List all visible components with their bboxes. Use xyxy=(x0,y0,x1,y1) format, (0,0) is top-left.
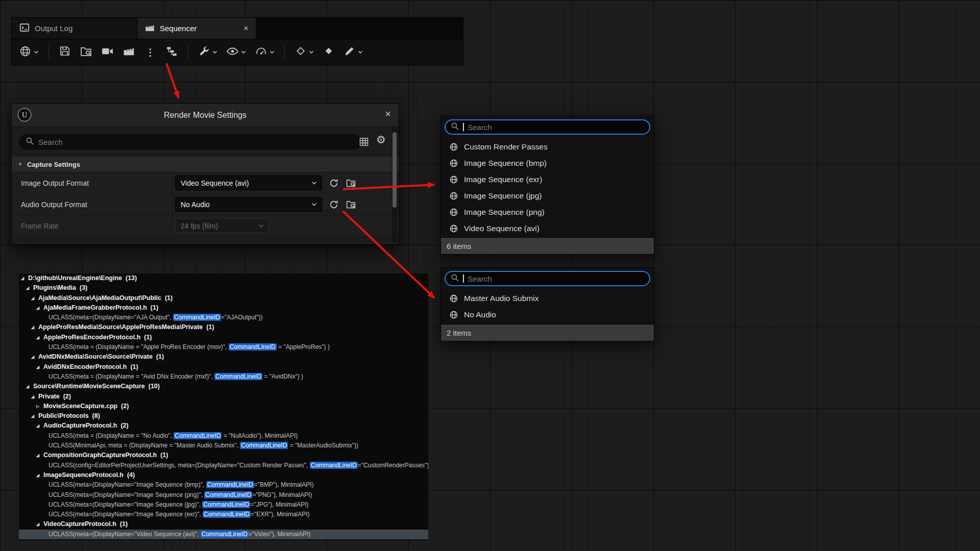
more-options-button[interactable]: ⋮ xyxy=(143,46,158,59)
popup-item[interactable]: Image Sequence (jpg) xyxy=(441,188,654,204)
scrollbar-thumb[interactable] xyxy=(393,132,397,208)
curve-options-button[interactable] xyxy=(342,43,364,61)
find-results-group[interactable]: ◢Plugins\Media (3) xyxy=(19,283,428,293)
collapsed-arrow-icon[interactable]: ▷ xyxy=(36,402,43,411)
tab-output-log[interactable]: Output Log xyxy=(12,18,137,39)
find-results-group[interactable]: ◢AvidDNxMedia\Source\Source\Private (1) xyxy=(19,352,428,362)
playback-options-button[interactable] xyxy=(254,43,276,61)
save-button[interactable] xyxy=(58,43,72,61)
settings-search-input[interactable]: Search xyxy=(19,134,362,149)
popup-item-label: Image Sequence (bmp) xyxy=(464,159,547,168)
class-globe-icon xyxy=(449,224,458,233)
auto-key-button[interactable] xyxy=(322,43,336,61)
find-results-group[interactable]: ◢ImageSequenceProtocol.h (4) xyxy=(19,470,428,480)
find-results-match[interactable]: UCLASS(meta = (DisplayName = "Avid DNx E… xyxy=(19,372,428,382)
find-results-match[interactable]: UCLASS(config=EditorPerProjectUserSettin… xyxy=(19,461,428,470)
keyframe-options-button[interactable] xyxy=(293,43,315,61)
browse-content-button[interactable] xyxy=(79,43,93,61)
sequencer-icon xyxy=(144,22,155,35)
find-results-group[interactable]: ◢AudioCaptureProtocol.h (2) xyxy=(19,421,428,431)
audio-output-format-dropdown[interactable]: No Audio xyxy=(175,197,322,212)
popup-item[interactable]: Master Audio Submix xyxy=(441,290,654,307)
find-results-group[interactable]: ◢CompositionGraphCaptureProtocol.h (1) xyxy=(19,450,428,460)
details-view-options-icon[interactable] xyxy=(359,137,369,149)
expanded-arrow-icon[interactable]: ◢ xyxy=(36,470,43,480)
popup-item[interactable]: Image Sequence (exr) xyxy=(441,171,654,188)
find-results-match[interactable]: UCLASS(meta=(DisplayName="AJA Output", C… xyxy=(19,313,428,322)
render-movie-icon xyxy=(122,45,135,60)
group-label: MovieSceneCapture.cpp (2) xyxy=(43,403,129,410)
popup-item[interactable]: Image Sequence (png) xyxy=(441,204,654,220)
image-output-format-dropdown[interactable]: Video Sequence (avi) xyxy=(175,176,322,190)
expanded-arrow-icon[interactable]: ◢ xyxy=(36,519,43,529)
tab-sequencer[interactable]: Sequencer × xyxy=(137,18,256,39)
find-results-group[interactable]: ◢AvidDNxEncoderProtocol.h (1) xyxy=(19,362,428,372)
settings-gear-icon[interactable]: ⚙ xyxy=(376,134,386,145)
find-results-group[interactable]: ◢VideoCaptureProtocol.h (1) xyxy=(19,519,428,529)
find-results-group[interactable]: ▷MovieSceneCapture.cpp (2) xyxy=(19,402,428,411)
find-results-group[interactable]: ◢AppleProResMedia\Source\AppleProResMedi… xyxy=(19,322,428,332)
render-movie-settings-dialog: U Render Movie Settings × Search ⚙ ▼ Cap… xyxy=(11,103,399,245)
popup-search-input[interactable]: Search xyxy=(445,271,650,286)
popup-item[interactable]: Image Sequence (bmp) xyxy=(441,155,654,171)
popup-search-input[interactable]: Search xyxy=(445,119,650,135)
actions-button[interactable] xyxy=(197,43,218,61)
expanded-arrow-icon[interactable]: ◢ xyxy=(36,333,43,342)
svg-text:U: U xyxy=(22,111,27,119)
find-results-match[interactable]: UCLASS(meta = (DisplayName = "No Audio",… xyxy=(19,431,428,441)
outliner-button[interactable] xyxy=(164,43,179,61)
find-results-match[interactable]: UCLASS(meta=(DisplayName="Image Sequence… xyxy=(19,490,428,500)
find-results-match[interactable]: UCLASS(meta = (DisplayName = "Apple ProR… xyxy=(19,342,428,352)
find-results-group[interactable]: ◢AjaMediaFrameGrabberProtocol.h (1) xyxy=(19,303,428,313)
close-dialog-icon[interactable]: × xyxy=(385,109,391,119)
code-text: UCLASS(meta=(DisplayName="Image Sequence… xyxy=(48,511,203,518)
expanded-arrow-icon[interactable]: ◢ xyxy=(31,293,38,303)
playback-options-icon xyxy=(255,45,267,60)
capture-settings-section-header[interactable]: ▼ Capture Settings xyxy=(12,157,399,172)
find-results-group[interactable]: ◢Private (2) xyxy=(19,392,428,402)
expanded-arrow-icon[interactable]: ◢ xyxy=(36,450,43,460)
expanded-arrow-icon[interactable]: ◢ xyxy=(36,421,43,431)
browse-asset-icon[interactable] xyxy=(346,199,356,210)
expanded-arrow-icon[interactable]: ◢ xyxy=(31,322,38,332)
create-camera-button[interactable] xyxy=(100,43,115,61)
use-selected-asset-icon[interactable] xyxy=(329,199,339,210)
group-label: VideoCaptureProtocol.h (1) xyxy=(43,520,128,528)
find-results-group[interactable]: ◢AppleProResEncoderProtocol.h (1) xyxy=(19,333,428,342)
dialog-titlebar[interactable]: U Render Movie Settings × xyxy=(12,104,399,127)
expanded-arrow-icon[interactable]: ◢ xyxy=(26,283,33,293)
search-icon xyxy=(451,273,459,284)
use-selected-asset-icon[interactable] xyxy=(329,178,339,188)
group-label: AppleProResEncoderProtocol.h (1) xyxy=(43,334,152,341)
popup-footer: 2 items xyxy=(441,324,654,341)
expanded-arrow-icon[interactable]: ◢ xyxy=(36,303,43,313)
view-options-button[interactable] xyxy=(225,43,247,61)
find-results-group[interactable]: ◢AjaMedia\Source\AjaMediaOutput\Public (… xyxy=(19,293,428,303)
group-label: Public\Protocols (8) xyxy=(38,412,100,419)
popup-item[interactable]: Custom Render Passes xyxy=(441,139,654,155)
expanded-arrow-icon[interactable]: ◢ xyxy=(31,352,38,362)
popup-item-label: Video Sequence (avi) xyxy=(464,224,540,233)
find-results-match[interactable]: UCLASS(meta=(DisplayName="Image Sequence… xyxy=(19,480,428,490)
popup-item[interactable]: No Audio xyxy=(441,307,654,323)
group-label: ImageSequenceProtocol.h (4) xyxy=(43,471,135,479)
find-results-group[interactable]: ◢Source\Runtime\MovieSceneCapture (10) xyxy=(19,382,428,391)
render-movie-button[interactable] xyxy=(121,43,136,61)
find-results-group[interactable]: ◢D:\github\UnrealEngine\Engine (13) xyxy=(19,273,428,283)
find-results-match[interactable]: UCLASS(meta=(DisplayName="Video Sequence… xyxy=(19,530,428,539)
find-results-match[interactable]: UCLASS(meta=(DisplayName="Image Sequence… xyxy=(19,510,428,519)
find-results-match[interactable]: UCLASS(MinimalApi, meta = (DisplayName =… xyxy=(19,441,428,450)
expanded-arrow-icon[interactable]: ◢ xyxy=(36,362,43,372)
find-results-group[interactable]: ◢Public\Protocols (8) xyxy=(19,411,428,421)
popup-item[interactable]: Video Sequence (avi) xyxy=(441,220,654,237)
world-options-button[interactable] xyxy=(18,43,40,61)
close-tab-icon[interactable]: × xyxy=(243,24,249,33)
expanded-arrow-icon[interactable]: ◢ xyxy=(31,392,38,402)
expanded-arrow-icon[interactable]: ◢ xyxy=(21,273,28,283)
browse-asset-icon[interactable] xyxy=(346,178,356,188)
popup-item-list: Custom Render PassesImage Sequence (bmp)… xyxy=(441,139,654,237)
find-results-match[interactable]: UCLASS(meta=(DisplayName="Image Sequence… xyxy=(19,500,428,510)
expanded-arrow-icon[interactable]: ◢ xyxy=(26,382,33,391)
scrollbar[interactable] xyxy=(392,127,397,243)
expanded-arrow-icon[interactable]: ◢ xyxy=(31,411,38,421)
